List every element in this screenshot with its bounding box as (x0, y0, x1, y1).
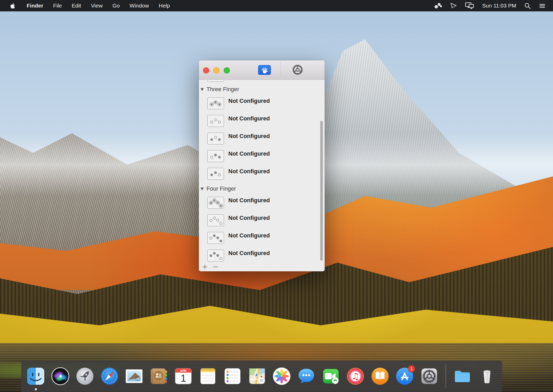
dock-item-maps[interactable]: 3D (247, 366, 267, 386)
gesture-action-label: Not Configured (228, 215, 270, 221)
dock-item-itunes[interactable]: ♫ (346, 366, 365, 386)
scrollbar-thumb[interactable] (320, 121, 323, 261)
siri-icon (50, 366, 70, 386)
gesture-row[interactable]: Not Configured (207, 168, 325, 180)
menu-window[interactable]: Window (125, 0, 154, 11)
dock-item-contacts[interactable] (149, 366, 169, 386)
dock-item-siri[interactable] (50, 366, 70, 386)
disclosure-triangle-icon[interactable]: ▼ (201, 88, 204, 91)
status-item-pointer[interactable] (448, 2, 459, 9)
gesture-pattern-icon (207, 97, 224, 109)
gesture-action-label: Not Configured (228, 233, 270, 239)
window-toolbar (199, 60, 325, 80)
zoom-button[interactable] (224, 67, 230, 74)
section-label: Three Finger (207, 86, 239, 93)
trash-icon (477, 366, 497, 386)
status-item-app-dots[interactable] (432, 2, 444, 10)
dock-item-launchpad[interactable] (75, 366, 95, 386)
pointer-icon (450, 2, 457, 9)
desktop: Finder File Edit View Go Window Help Sun… (0, 0, 553, 392)
dock-item-messages[interactable] (296, 366, 316, 386)
menu-edit[interactable]: Edit (67, 0, 86, 11)
menu-file[interactable]: File (48, 0, 67, 11)
gesture-action-label: Not Configured (228, 168, 270, 175)
photos-icon (272, 366, 292, 386)
add-gesture-button[interactable]: + (202, 263, 208, 270)
displays-icon (465, 2, 474, 10)
gesture-list: ▼Three FingerNot ConfiguredNot Configure… (199, 80, 325, 267)
gesture-action-label: Not Configured (228, 151, 270, 157)
menu-go[interactable]: Go (107, 0, 125, 11)
toolbar-settings-button[interactable] (292, 64, 304, 76)
dock-item-facetime[interactable] (321, 366, 341, 386)
folder-icon (453, 366, 472, 386)
dock-item-reminders[interactable] (223, 366, 242, 386)
dock-item-photos[interactable] (272, 366, 292, 386)
dock-item-books[interactable] (370, 366, 390, 386)
menu-app-name[interactable]: Finder (22, 0, 48, 11)
apple-menu[interactable] (6, 2, 22, 10)
gesture-row[interactable]: Not Configured (207, 197, 325, 209)
gesture-pattern-icon (207, 168, 224, 180)
gesture-row[interactable]: Not Configured (207, 150, 325, 162)
gesture-pattern-icon (207, 133, 224, 144)
dock-item-folder[interactable] (453, 366, 472, 386)
dock-item-mail[interactable] (124, 366, 144, 386)
facetime-icon (321, 366, 341, 386)
gesture-row[interactable]: Not Configured (207, 133, 325, 144)
menu-view[interactable]: View (86, 0, 107, 11)
close-button[interactable] (203, 67, 209, 74)
itunes-icon: ♫ (346, 366, 365, 386)
gesture-row[interactable]: Not Configured (207, 232, 325, 244)
gesture-pattern-icon (207, 232, 224, 244)
gesture-action-label: Not Configured (228, 250, 270, 256)
dock-item-system-preferences[interactable] (419, 366, 439, 386)
minimize-button[interactable] (213, 67, 220, 74)
running-indicator (35, 388, 37, 390)
system-preferences-icon (419, 366, 439, 386)
menu-bar-clock[interactable]: Sun 11:03 PM (480, 3, 518, 9)
gesture-action-label: Not Configured (228, 98, 270, 104)
maps-3d-label: 3D (260, 379, 264, 382)
gesture-pattern-icon (207, 214, 224, 226)
notification-badge: 1 (408, 365, 415, 372)
section-header-four-finger: ▼Four Finger (201, 185, 325, 192)
dock-item-trash[interactable] (477, 366, 497, 386)
gesture-pattern-icon (207, 197, 224, 209)
dock-item-safari[interactable] (100, 366, 119, 386)
launchpad-icon (75, 366, 95, 386)
books-icon (370, 366, 390, 386)
gesture-row[interactable]: Not Configured (207, 97, 325, 109)
status-item-displays[interactable] (463, 2, 476, 10)
gesture-row[interactable]: Not Configured (207, 214, 325, 226)
safari-icon (100, 366, 119, 386)
status-item-spotlight[interactable] (522, 2, 533, 9)
toolbar-trackpad-button[interactable] (258, 65, 271, 75)
dock-item-app-store[interactable]: 1 (395, 366, 414, 386)
dock: APR 1 (21, 360, 502, 392)
app-dots-icon (434, 2, 442, 10)
trackpad-hand-icon (260, 66, 269, 74)
finder-icon (26, 366, 46, 386)
gesture-row[interactable]: Not Configured (207, 250, 325, 262)
status-item-notification-center[interactable] (537, 2, 548, 9)
svg-text:♫: ♫ (352, 371, 359, 381)
section-label: Four Finger (207, 185, 236, 192)
calendar-icon: APR 1 (173, 366, 193, 386)
disclosure-triangle-icon[interactable]: ▼ (201, 187, 204, 191)
menu-bar: Finder File Edit View Go Window Help Sun… (0, 0, 553, 11)
gestures-window: ▼Three FingerNot ConfiguredNot Configure… (199, 60, 325, 271)
gesture-pattern-icon (207, 150, 224, 162)
reminders-icon (223, 366, 242, 386)
dock-item-notes[interactable] (198, 366, 218, 386)
calendar-month-label: APR (180, 369, 187, 372)
dock-item-calendar[interactable]: APR 1 (173, 366, 193, 386)
contacts-icon (149, 366, 169, 386)
remove-gesture-button[interactable]: − (213, 263, 219, 270)
maps-icon: 3D (247, 366, 267, 386)
dock-item-finder[interactable] (26, 366, 46, 386)
gesture-action-label: Not Configured (228, 133, 270, 139)
menu-help[interactable]: Help (154, 0, 175, 11)
gesture-pattern-icon (207, 250, 224, 262)
gesture-row[interactable]: Not Configured (207, 115, 325, 127)
